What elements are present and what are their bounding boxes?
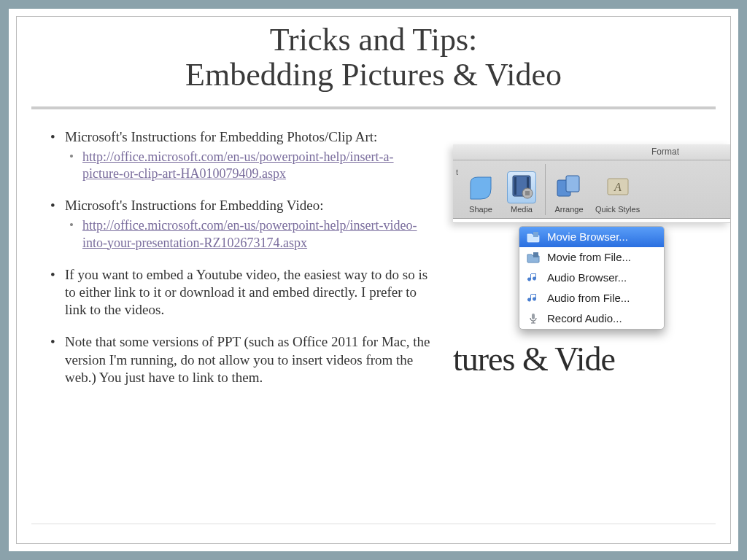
bullet-text: Note that some versions of PPT (such as … — [65, 334, 430, 385]
slide-title: Tricks and Tips: Embedding Pictures & Vi… — [31, 17, 716, 109]
bullet-list-column: Microsoft's Instructions for Embedding P… — [46, 128, 433, 516]
svg-rect-6 — [566, 176, 579, 192]
dropdown-item-audio-browser[interactable]: Audio Browser... — [519, 268, 664, 288]
ribbon-body: t Shape — [453, 160, 730, 219]
dropdown-label: Audio from File... — [547, 292, 630, 304]
slide-outer-frame: Tricks and Tips: Embedding Pictures & Vi… — [9, 9, 738, 551]
dropdown-label: Movie Browser... — [547, 230, 628, 243]
svg-text:A: A — [614, 181, 622, 193]
folder-film-icon — [527, 251, 540, 264]
ribbon-arrange-label: Arrange — [554, 205, 583, 214]
title-line-2: Embedding Pictures & Video — [61, 58, 686, 93]
ribbon-shape-button[interactable]: Shape — [462, 170, 500, 215]
bullet-item: Note that some versions of PPT (such as … — [46, 333, 433, 386]
ribbon-quickstyles-label: Quick Styles — [595, 205, 640, 214]
dropdown-label: Record Audio... — [547, 312, 622, 324]
svg-rect-1 — [514, 177, 516, 195]
folder-film-icon — [527, 230, 540, 244]
ribbon-shape-label: Shape — [469, 205, 492, 214]
bullet-text: Microsoft's Instructions for Embedding P… — [65, 129, 377, 144]
ribbon-lower-edge — [453, 219, 730, 223]
background-slide-text-fragment: tures & Vide — [453, 340, 730, 378]
dropdown-item-record-audio[interactable]: Record Audio... — [519, 308, 664, 329]
ms-video-link[interactable]: http://office.microsoft.com/en-us/powerp… — [82, 218, 417, 249]
bullet-text: Microsoft's Instructions for Embedding V… — [65, 198, 323, 213]
svg-rect-10 — [533, 252, 538, 257]
content-row: Microsoft's Instructions for Embedding P… — [17, 109, 730, 524]
ribbon-tab-bar: Format — [453, 144, 730, 160]
ribbon-arrange-button[interactable]: Arrange — [550, 170, 588, 215]
ribbon-tab-format: Format — [651, 147, 679, 157]
ms-photos-link[interactable]: http://office.microsoft.com/en-us/powerp… — [82, 149, 394, 181]
arrange-icon — [554, 171, 584, 203]
bullet-subitem: http://office.microsoft.com/en-us/powerp… — [65, 149, 433, 182]
footer-divider — [31, 524, 716, 524]
bullet-text: If you want to embed a Youtube video, th… — [65, 267, 427, 318]
ribbon-tab-partial: t — [456, 165, 459, 176]
media-icon — [507, 171, 536, 203]
ribbon-media-button[interactable]: Media — [503, 170, 541, 215]
bullet-item: If you want to embed a Youtube video, th… — [46, 266, 433, 319]
ribbon-media-label: Media — [511, 205, 533, 214]
dropdown-item-audio-from-file[interactable]: Audio from File... — [519, 288, 664, 308]
bullet-item: Microsoft's Instructions for Embedding V… — [46, 197, 433, 251]
dropdown-item-movie-from-file[interactable]: Movie from File... — [519, 247, 664, 268]
svg-rect-4 — [525, 191, 530, 195]
ribbon-divider — [545, 164, 546, 215]
bullet-subitem: http://office.microsoft.com/en-us/powerp… — [65, 217, 433, 251]
dropdown-label: Movie from File... — [547, 251, 631, 263]
powerpoint-ribbon-screenshot: Format t Shape — [453, 144, 730, 223]
microphone-icon — [527, 312, 540, 325]
embedded-screenshot-column: Format t Shape — [447, 128, 730, 516]
bullet-item: Microsoft's Instructions for Embedding P… — [46, 128, 433, 182]
music-note-icon — [527, 292, 540, 305]
dropdown-item-movie-browser[interactable]: Movie Browser... — [519, 227, 664, 247]
shape-icon — [466, 171, 495, 203]
dropdown-label: Audio Browser... — [547, 271, 627, 284]
music-note-icon — [527, 271, 540, 284]
ribbon-quickstyles-button[interactable]: A Quick Styles — [591, 170, 644, 215]
quick-styles-icon: A — [603, 171, 632, 203]
title-line-1: Tricks and Tips: — [61, 23, 686, 58]
slide-inner-frame: Tricks and Tips: Embedding Pictures & Vi… — [16, 16, 731, 544]
svg-rect-11 — [532, 314, 535, 319]
media-dropdown-menu: Movie Browser... Movie from File... — [519, 226, 665, 330]
svg-rect-9 — [533, 232, 538, 237]
